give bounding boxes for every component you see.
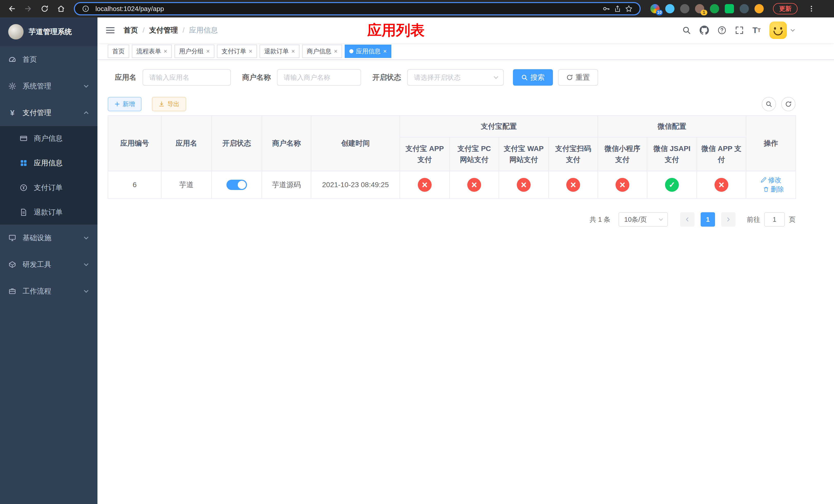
next-page-button[interactable] (721, 212, 736, 227)
column-header-name: 应用名 (161, 116, 212, 171)
browser-menu-icon[interactable] (805, 2, 818, 15)
page-size-select[interactable]: 10条/页 (619, 212, 668, 227)
tab-label: 流程表单 (136, 47, 161, 55)
export-button[interactable]: 导出 (152, 97, 186, 111)
sidebar: 芋道管理系统 首页 系统管理 (0, 18, 97, 504)
tab-pay-orders[interactable]: 支付订单× (217, 45, 257, 58)
reload-icon[interactable] (38, 2, 51, 15)
sidebar-item-home[interactable]: 首页 (0, 46, 97, 73)
dashboard-icon (8, 55, 16, 63)
browser-update-button[interactable]: 更新 (773, 3, 797, 14)
extension-icon-5[interactable] (710, 4, 719, 13)
browser-toolbar: localhost:1024/pay/app 10 1 更新 (0, 0, 834, 18)
hamburger-icon[interactable] (105, 25, 115, 36)
github-icon[interactable] (700, 26, 709, 35)
sidebar-item-workflow[interactable]: 工作流程 (0, 278, 97, 304)
tab-home[interactable]: 首页 (108, 45, 129, 58)
status-toggle[interactable] (226, 180, 247, 190)
app-name-input[interactable] (142, 69, 231, 86)
sidebar-item-label: 工作流程 (23, 287, 51, 296)
wx-app-status-icon (715, 178, 728, 192)
add-button[interactable]: 新增 (108, 97, 141, 111)
sidebar-item-refund-orders[interactable]: 退款订单 (0, 200, 97, 225)
column-header-actions: 操作 (746, 116, 796, 171)
password-key-icon[interactable] (601, 3, 612, 14)
share-icon[interactable] (612, 3, 623, 14)
chevron-down-icon (658, 216, 664, 222)
sidebar-item-label: 支付订单 (34, 183, 63, 192)
merchant-name-input[interactable] (277, 69, 361, 86)
search-icon[interactable] (682, 26, 691, 35)
breadcrumb-section[interactable]: 支付管理 (149, 25, 178, 35)
sidebar-item-payment[interactable]: ¥ 支付管理 (0, 99, 97, 126)
site-info-icon[interactable] (80, 3, 91, 14)
merchant-name-label: 商户名称 (242, 72, 271, 82)
sidebar-item-merchant-info[interactable]: 商户信息 (0, 126, 97, 151)
sidebar-item-infrastructure[interactable]: 基础设施 (0, 225, 97, 251)
caret-down-icon (790, 27, 795, 33)
tab-label: 首页 (112, 47, 125, 55)
fullscreen-icon[interactable] (735, 26, 744, 35)
sidebar-item-pay-orders[interactable]: 支付订单 (0, 175, 97, 200)
extension-icon-2[interactable] (665, 4, 675, 13)
help-icon[interactable] (718, 26, 726, 35)
address-bar[interactable]: localhost:1024/pay/app (74, 2, 641, 15)
sidebar-item-system[interactable]: 系统管理 (0, 73, 97, 99)
column-header-created: 创建时间 (311, 116, 400, 171)
extension-badge: 1 (701, 10, 707, 15)
sidebar-item-app-info[interactable]: 应用信息 (0, 151, 97, 175)
pay-order-icon (20, 184, 28, 191)
breadcrumb: 首页 / 支付管理 / 应用信息 (124, 25, 218, 35)
extension-icon-7[interactable] (740, 4, 749, 13)
avatar[interactable] (769, 22, 787, 39)
table-toolbar: 新增 导出 (108, 97, 795, 111)
tab-process-form[interactable]: 流程表单× (132, 45, 172, 58)
column-header-alipay-pc: 支付宝 PC 网站支付 (449, 137, 499, 171)
tab-app-info[interactable]: 应用信息× (345, 45, 391, 58)
delete-link[interactable]: 删除 (763, 185, 784, 194)
group-header-wechat: 微信配置 (598, 116, 746, 137)
close-tab-icon[interactable]: × (334, 48, 337, 54)
prev-page-button[interactable] (680, 212, 695, 227)
forward-icon[interactable] (22, 2, 35, 15)
sidebar-item-label: 研发工具 (23, 260, 51, 270)
goto-page-input[interactable] (764, 212, 785, 227)
close-tab-icon[interactable]: × (206, 48, 210, 54)
bookmark-star-icon[interactable] (623, 3, 635, 14)
page-number-button[interactable]: 1 (701, 212, 715, 227)
breadcrumb-home[interactable]: 首页 (124, 25, 138, 35)
font-size-icon[interactable]: TT (752, 26, 761, 35)
table-row: 6 芋道 芋道源码 2021-10-23 08:49:25 (108, 171, 796, 199)
sidebar-item-label: 退款订单 (34, 207, 63, 217)
status-label: 开启状态 (372, 72, 401, 82)
edit-link[interactable]: 修改 (761, 176, 782, 185)
close-tab-icon[interactable]: × (249, 48, 253, 54)
cube-icon (8, 261, 16, 269)
close-tab-icon[interactable]: × (291, 48, 295, 54)
sidebar-item-label: 支付管理 (23, 108, 51, 118)
home-icon[interactable] (54, 2, 68, 15)
close-tab-icon[interactable]: × (383, 48, 387, 54)
refresh-table-button[interactable] (781, 97, 795, 111)
back-icon[interactable] (5, 2, 19, 15)
sidebar-item-dev-tools[interactable]: 研发工具 (0, 251, 97, 278)
reset-button[interactable]: 重置 (558, 69, 598, 86)
status-select[interactable]: 请选择开启状态 (407, 69, 504, 86)
column-header-merchant: 商户名称 (262, 116, 311, 171)
tab-merchant-info[interactable]: 商户信息× (302, 45, 342, 58)
extension-icon-6[interactable] (725, 4, 734, 13)
toggle-search-button[interactable] (762, 97, 776, 111)
goto-label: 前往 (747, 215, 760, 224)
chevron-down-icon (83, 83, 89, 89)
search-button[interactable]: 搜索 (513, 69, 553, 86)
url-text[interactable]: localhost:1024/pay/app (95, 5, 601, 13)
cell-merchant-name: 芋道源码 (262, 171, 311, 199)
extension-icon-1[interactable]: 10 (650, 4, 660, 13)
profile-extension-icon[interactable]: 1 (695, 4, 704, 13)
extension-icon-8[interactable] (754, 4, 764, 13)
close-tab-icon[interactable]: × (163, 48, 167, 54)
tab-user-group[interactable]: 用户分组× (174, 45, 214, 58)
tab-refund-orders[interactable]: 退款订单× (260, 45, 300, 58)
user-menu[interactable] (769, 22, 795, 39)
extension-icon-3[interactable] (680, 4, 689, 13)
